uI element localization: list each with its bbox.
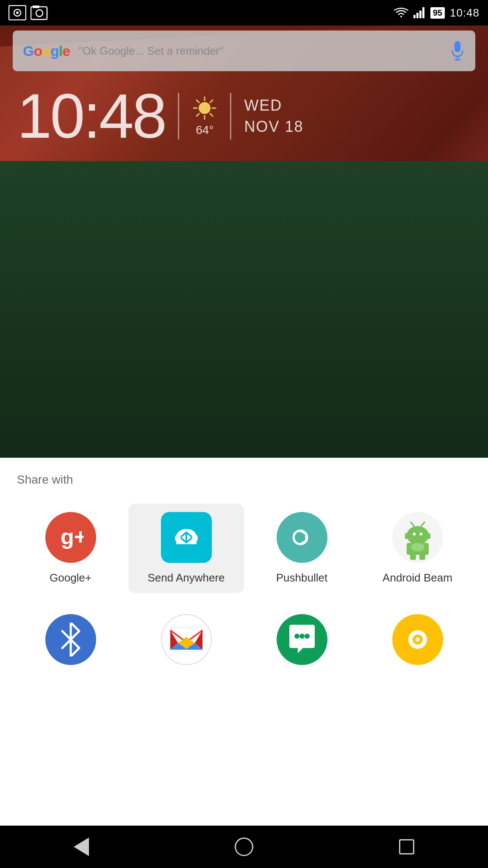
svg-point-31 [407,526,429,545]
share-sheet: Share with g+ Google+ [0,458,488,826]
home-button[interactable] [229,832,259,862]
signal-icon [413,7,425,18]
share-app-bluetooth[interactable] [13,606,128,673]
share-sheet-title: Share with [0,458,488,495]
google-plus-icon: g+ [45,512,96,563]
svg-line-18 [197,100,199,103]
photo-icon-2 [30,5,48,20]
status-bar: 95 10:48 [0,0,488,25]
svg-line-19 [210,114,213,116]
nav-bar [0,826,488,868]
weather-temperature: 64° [196,123,214,137]
svg-line-21 [197,114,199,116]
google-plus-label: Google+ [50,571,92,584]
svg-rect-10 [455,41,460,52]
share-app-google-plus[interactable]: g+ Google+ [13,504,128,593]
svg-rect-3 [31,7,47,19]
clock-time: 10:48 [17,85,165,147]
svg-point-34 [413,533,416,536]
pushbullet-label: Pushbullet [276,571,327,584]
share-app-send-anywhere[interactable]: Send Anywhere [128,504,244,593]
svg-rect-39 [410,552,416,560]
svg-point-5 [36,10,43,17]
date-display: WED NOV 18 [244,95,303,138]
pushbullet-icon [277,512,327,563]
svg-rect-40 [419,552,425,560]
svg-text:g+: g+ [61,525,83,549]
status-time: 10:48 [450,6,480,19]
svg-point-44 [299,634,305,639]
google-search-bar[interactable]: Google "Ok Google... Set a reminder" [13,31,475,71]
android-beam-label: Android Beam [383,571,452,584]
svg-rect-33 [428,533,430,539]
search-placeholder: "Ok Google... Set a reminder" [78,45,450,58]
clock-divider-1 [178,93,179,139]
share-app-pushbullet[interactable]: Pushbullet [244,504,360,593]
send-anywhere-label: Send Anywhere [147,571,225,584]
svg-point-43 [294,634,299,639]
unknown-app-icon [392,614,443,665]
hangouts-icon [277,614,327,665]
battery-indicator: 95 [430,7,445,19]
share-app-unknown[interactable] [360,606,475,673]
svg-point-13 [199,102,211,114]
clock-divider-2 [230,93,231,139]
svg-point-41 [411,543,424,551]
svg-point-45 [305,634,310,639]
share-apps-row-2 [0,601,488,682]
back-button[interactable] [67,832,96,862]
weather-info: 64° [192,95,217,137]
microphone-icon[interactable] [450,41,465,61]
back-icon [74,837,89,856]
svg-point-48 [416,637,420,642]
svg-rect-6 [413,15,416,18]
svg-rect-32 [405,533,408,539]
clock-widget: 10:48 64° WED NOV 18 [17,85,471,147]
send-anywhere-icon [161,512,212,563]
home-icon [235,837,253,856]
svg-point-35 [419,533,422,536]
bluetooth-icon [45,614,96,665]
svg-line-20 [210,100,213,103]
wifi-icon [394,7,408,18]
photo-icon-1 [8,5,26,20]
svg-point-28 [287,522,317,553]
svg-rect-8 [419,11,421,18]
svg-rect-9 [422,7,424,18]
recents-button[interactable] [392,832,421,862]
gmail-icon [161,614,212,665]
share-apps-row-1: g+ Google+ Send Anywhere [0,495,488,601]
svg-rect-4 [33,6,39,8]
google-logo: Google [23,43,70,59]
svg-rect-7 [416,13,419,18]
weather-sun-icon [192,95,217,121]
share-app-android-beam[interactable]: Android Beam [360,504,475,593]
share-app-gmail[interactable] [128,606,244,673]
recents-icon [399,839,414,854]
share-app-hangouts[interactable] [244,606,360,673]
android-beam-icon [392,512,443,563]
svg-point-2 [16,11,19,14]
